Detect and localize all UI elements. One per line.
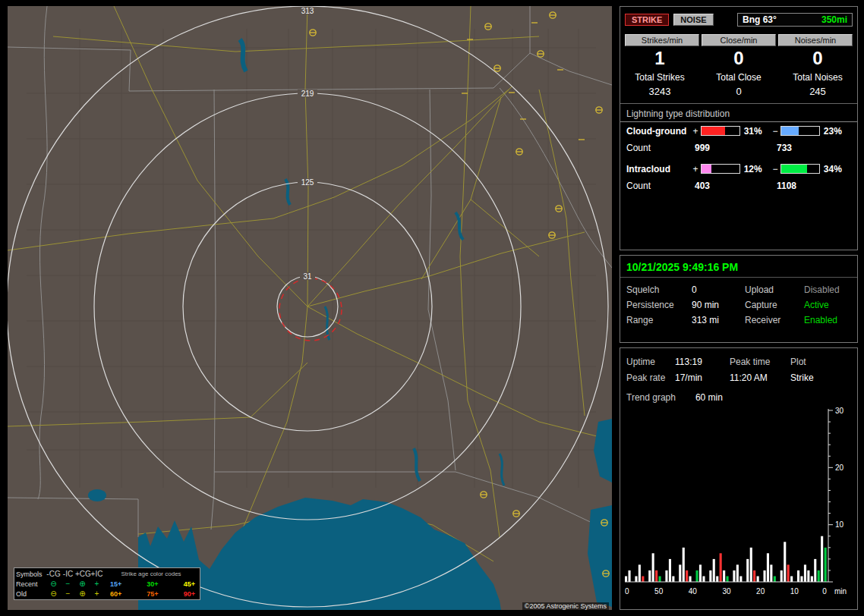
total-noises-value: 245 xyxy=(778,83,857,97)
trend-bar xyxy=(672,577,674,583)
trend-bar xyxy=(655,570,657,582)
cg-negative-count: 733 xyxy=(777,143,792,153)
trend-bar xyxy=(709,570,711,582)
trend-bar xyxy=(757,577,759,583)
age-code: 45+ xyxy=(184,580,195,588)
age-code: 15+ xyxy=(110,580,121,588)
trend-bar xyxy=(652,553,654,582)
trend-bar xyxy=(696,570,698,582)
strike-symbol-icon: − xyxy=(61,580,75,588)
strike-symbol-icon: + xyxy=(90,580,104,588)
age-code: 75+ xyxy=(147,590,158,598)
ring-label-219: 219 xyxy=(301,90,314,98)
trend-bar xyxy=(727,577,729,583)
legend-col-ncg: -CG xyxy=(46,570,61,578)
strike-symbol-icon: ⊖ xyxy=(46,590,61,598)
ic-positive-bar xyxy=(701,164,740,174)
capture-status: Active xyxy=(804,297,851,313)
strike-symbol-icon: + xyxy=(90,590,104,598)
plus-sign: + xyxy=(692,126,699,137)
upload-status: Disabled xyxy=(804,282,851,297)
peak-time-value: 11:20 AM xyxy=(730,370,790,386)
trend-bar xyxy=(784,542,786,582)
count-label: Count xyxy=(626,143,695,153)
x-tick-label: 40 xyxy=(689,587,698,596)
plus-sign: + xyxy=(692,164,699,174)
peak-rate-value: 17/min xyxy=(675,370,730,386)
trend-bar xyxy=(764,570,766,582)
trend-bar xyxy=(686,570,688,582)
close-per-min-value: 0 xyxy=(699,46,778,69)
bearing-value: Bng 63° xyxy=(743,14,777,25)
status-panel: 10/21/2025 9:49:16 PM Squelch 0 Upload D… xyxy=(620,255,858,343)
range-value: 350mi xyxy=(821,14,847,25)
info-panel: Uptime 113:19 Peak time Plot Peak rate 1… xyxy=(620,347,858,610)
strike-mode-button[interactable]: STRIKE xyxy=(625,14,669,26)
count-label: Count xyxy=(626,181,695,191)
noises-per-min-button[interactable]: Noises/min xyxy=(778,34,853,46)
trend-bar xyxy=(683,548,685,582)
noise-mode-button[interactable]: NOISE xyxy=(673,14,713,26)
ic-positive-pct: 12% xyxy=(744,164,771,174)
peak-time-label: Peak time xyxy=(730,354,790,370)
strike-symbol-icon: ⊕ xyxy=(75,590,90,598)
total-strikes-value: 3243 xyxy=(620,83,699,97)
legend-row: Old⊖−⊕+60+75+90+ xyxy=(16,589,198,599)
plot-label: Plot xyxy=(790,354,851,370)
peak-rate-label: Peak rate xyxy=(626,370,675,386)
trend-bar xyxy=(713,559,715,582)
total-strikes: Total Strikes 3243 xyxy=(620,72,699,97)
legend-header: Symbols -CG -IC +CG +IC Strike age color… xyxy=(16,569,198,579)
strike-symbol-icon: ⊖ xyxy=(46,580,61,588)
trend-bar xyxy=(665,570,667,582)
trend-bar xyxy=(821,536,823,582)
strikes-per-min-value: 1 xyxy=(620,46,699,69)
legend-col-pic: +IC xyxy=(90,570,104,578)
upload-label: Upload xyxy=(745,282,804,297)
strikes-per-min-button[interactable]: Strikes/min xyxy=(625,34,699,46)
trend-graph: 1020306050403020100min xyxy=(625,406,856,609)
cloud-ground-count-row: Count 999 733 xyxy=(620,140,857,156)
ring-label-313: 313 xyxy=(301,7,314,15)
x-tick-label: 10 xyxy=(790,587,799,596)
cg-positive-pct: 31% xyxy=(744,126,771,137)
squelch-label: Squelch xyxy=(626,282,692,297)
trend-bar xyxy=(659,577,661,583)
trend-bar xyxy=(689,577,692,583)
noises-per-min-value: 0 xyxy=(778,46,857,69)
trend-bar xyxy=(648,570,651,582)
legend-col-pcg: +CG xyxy=(75,570,90,578)
strike-symbol-icon: ⊕ xyxy=(75,580,90,588)
legend-row: Recent⊖−⊕+15+30+45+ xyxy=(16,579,198,589)
trend-bar xyxy=(736,564,739,582)
cg-negative-pct: 23% xyxy=(824,126,851,137)
ring-label-125: 125 xyxy=(301,178,314,187)
trend-bar xyxy=(800,577,803,583)
receiver-status: Enabled xyxy=(804,313,851,328)
close-per-min-button[interactable]: Close/min xyxy=(702,34,776,46)
trend-bar xyxy=(770,564,772,582)
trend-bar xyxy=(635,577,637,583)
cg-positive-count: 999 xyxy=(695,143,777,153)
y-tick-label: 20 xyxy=(835,464,844,472)
range-setting-value: 313 mi xyxy=(692,313,745,328)
trend-bar xyxy=(716,577,718,583)
capture-label: Capture xyxy=(745,297,804,313)
trend-bar xyxy=(629,570,631,582)
minus-sign: − xyxy=(771,126,779,137)
trend-bar xyxy=(679,564,681,582)
copyright-text: ©2005 Astrogenic Systems xyxy=(522,602,609,610)
age-code: 90+ xyxy=(184,590,195,598)
x-axis-unit: min xyxy=(834,587,847,596)
range-label: Range xyxy=(626,313,692,328)
cloud-ground-row: Cloud-ground + 31% − 23% xyxy=(620,122,857,140)
receiver-label: Receiver xyxy=(745,313,804,328)
x-tick-label: 0 xyxy=(822,587,827,596)
ic-negative-pct: 34% xyxy=(824,164,851,174)
ring-label-31: 31 xyxy=(303,272,312,281)
map-legend: Symbols -CG -IC +CG +IC Strike age color… xyxy=(14,567,200,600)
trend-bar xyxy=(797,570,799,582)
x-tick-label: 20 xyxy=(756,587,765,596)
trend-bar xyxy=(811,577,813,583)
lightning-map[interactable]: 313 219 125 31 Symbols -CG -IC +CG +IC S… xyxy=(8,6,612,610)
